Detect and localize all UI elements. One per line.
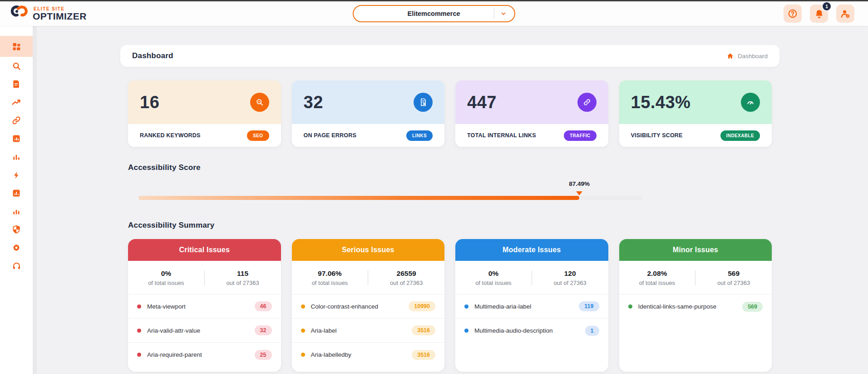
stat-card-visibility-score[interactable]: 15.43% VISIBILITY SCORE INDEXABLE bbox=[619, 80, 772, 147]
keyword-search-icon bbox=[250, 93, 269, 112]
issue-row[interactable]: Multimedia-audio-description 1 bbox=[455, 319, 608, 343]
issue-count-badge: 1 bbox=[585, 326, 599, 336]
breadcrumb[interactable]: Dashboard bbox=[726, 52, 768, 60]
accessibility-summary-row: Critical Issues 0%of total issues 115out… bbox=[128, 239, 772, 372]
bar-chart-alt-icon bbox=[12, 207, 21, 216]
stat-card-on-page-errors[interactable]: 32 ON PAGE ERRORS LINKS bbox=[292, 80, 445, 147]
topbar-actions: 1 bbox=[784, 5, 854, 23]
notification-bell-icon bbox=[814, 9, 824, 19]
sidebar-item-links[interactable] bbox=[0, 111, 33, 130]
accessibility-score-value: 87.49% bbox=[569, 180, 590, 187]
stat-value: 447 bbox=[467, 93, 497, 112]
user-settings-button[interactable] bbox=[836, 5, 854, 23]
bullet-dot-icon bbox=[301, 304, 305, 309]
issue-row[interactable]: Meta-viewport 46 bbox=[128, 294, 281, 319]
page-title-bar: Dashboard Dashboard bbox=[120, 45, 779, 67]
stat-label: ON PAGE ERRORS bbox=[304, 132, 356, 139]
issue-count-badge: 119 bbox=[579, 301, 599, 311]
issue-count: 120 bbox=[532, 269, 608, 278]
issue-row[interactable]: Aria-required-parent 25 bbox=[128, 343, 281, 367]
percent-of-total: 0% bbox=[128, 269, 204, 278]
bullet-dot-icon bbox=[464, 304, 469, 309]
sidebar-item-settings[interactable] bbox=[0, 239, 33, 257]
bar-chart-icon bbox=[12, 152, 21, 161]
breadcrumb-label: Dashboard bbox=[738, 53, 768, 60]
accessibility-score-bar: 87.49% bbox=[138, 196, 642, 200]
link-chain-icon bbox=[11, 115, 21, 125]
issue-row[interactable]: Aria-labelledby 3516 bbox=[292, 343, 445, 367]
issue-count-badge: 3516 bbox=[412, 325, 435, 335]
issue-row[interactable]: Aria-label 3516 bbox=[292, 319, 445, 343]
bullet-dot-icon bbox=[628, 304, 632, 309]
issue-count-badge: 569 bbox=[742, 302, 763, 312]
stat-badge: LINKS bbox=[406, 130, 433, 141]
issue-count: 569 bbox=[695, 269, 772, 278]
percent-of-total: 0% bbox=[455, 269, 532, 278]
page-title: Dashboard bbox=[132, 51, 173, 60]
issue-count-badge: 3516 bbox=[412, 350, 435, 360]
percent-of-total: 97.06% bbox=[292, 269, 368, 278]
issue-count-badge: 32 bbox=[255, 325, 272, 335]
divider bbox=[494, 9, 494, 19]
sidebar-item-dashboard[interactable] bbox=[0, 36, 33, 57]
site-selector-dropdown[interactable]: Elitemcommerce bbox=[353, 5, 515, 22]
sidebar-item-speed[interactable] bbox=[0, 166, 33, 184]
issue-count-badge: 46 bbox=[255, 301, 272, 311]
accessibility-score-heading: Accessibility Score bbox=[128, 163, 772, 172]
bullet-dot-icon bbox=[464, 329, 469, 333]
help-icon bbox=[788, 9, 798, 19]
page-error-icon bbox=[414, 93, 433, 112]
help-button[interactable] bbox=[784, 5, 802, 23]
sidebar-item-insights[interactable] bbox=[0, 184, 33, 202]
main-content: Dashboard Dashboard 16 bbox=[37, 26, 868, 374]
stat-cards-row: 16 RANKED KEYWORDS SEO 32 bbox=[128, 80, 772, 147]
brand-logo[interactable]: ELITE SITE OPTIMIZER bbox=[10, 5, 87, 22]
sidebar-item-search[interactable] bbox=[0, 57, 33, 75]
bullet-dot-icon bbox=[301, 353, 305, 357]
stat-badge: SEO bbox=[247, 130, 269, 141]
scrollbar[interactable] bbox=[33, 26, 37, 374]
notification-count-badge: 1 bbox=[822, 1, 832, 11]
stat-label: RANKED KEYWORDS bbox=[140, 132, 201, 139]
summary-card-title: Minor Issues bbox=[673, 246, 718, 254]
issue-row[interactable]: Aria-valid-attr-value 32 bbox=[128, 319, 281, 343]
sidebar-item-statistics[interactable] bbox=[0, 202, 33, 220]
brand-logo-icon bbox=[10, 5, 30, 22]
stat-badge: INDEXABLE bbox=[720, 130, 760, 141]
progress-marker-icon bbox=[576, 191, 582, 195]
stat-badge: TRAFFIC bbox=[564, 130, 597, 141]
sidebar-item-trends[interactable] bbox=[0, 93, 33, 111]
notifications-button[interactable]: 1 bbox=[810, 5, 828, 23]
sidebar bbox=[0, 26, 33, 374]
summary-card-critical: Critical Issues 0%of total issues 115out… bbox=[128, 239, 281, 372]
bullet-dot-icon bbox=[137, 304, 141, 309]
headset-icon bbox=[12, 261, 21, 271]
progress-fill bbox=[138, 196, 579, 200]
brand-line2: OPTIMIZER bbox=[33, 11, 87, 21]
sidebar-item-security[interactable] bbox=[0, 220, 33, 239]
sidebar-item-documents[interactable] bbox=[0, 75, 33, 93]
home-icon bbox=[726, 52, 734, 60]
summary-card-title: Serious Issues bbox=[342, 246, 395, 254]
sidebar-item-analytics[interactable] bbox=[0, 130, 33, 148]
trend-line-icon bbox=[11, 97, 21, 107]
bullet-dot-icon bbox=[301, 329, 305, 333]
sidebar-item-reports[interactable] bbox=[0, 148, 33, 166]
issue-row[interactable]: Identical-links-same-purpose 569 bbox=[619, 294, 772, 319]
stat-value: 32 bbox=[304, 93, 323, 112]
stat-card-total-internal-links[interactable]: 447 TOTAL INTERNAL LINKS TRAFFIC bbox=[455, 80, 608, 147]
summary-card-title: Moderate Issues bbox=[503, 246, 561, 254]
accessibility-summary-heading: Accessibility Summary bbox=[128, 221, 772, 230]
stat-value: 16 bbox=[140, 93, 159, 112]
sidebar-item-support[interactable] bbox=[0, 257, 33, 275]
stat-label: TOTAL INTERNAL LINKS bbox=[467, 132, 536, 139]
stat-card-ranked-keywords[interactable]: 16 RANKED KEYWORDS SEO bbox=[128, 80, 281, 147]
issue-row[interactable]: Multimedia-aria-label 119 bbox=[455, 294, 608, 319]
summary-card-serious: Serious Issues 97.06%of total issues 265… bbox=[292, 239, 445, 372]
chart-square-icon bbox=[12, 134, 21, 143]
issue-row[interactable]: Color-contrast-enhanced 10990 bbox=[292, 294, 445, 319]
bullet-dot-icon bbox=[137, 353, 141, 357]
stat-label: VISIBILITY SCORE bbox=[631, 132, 683, 139]
summary-card-moderate: Moderate Issues 0%of total issues 120out… bbox=[455, 239, 608, 372]
gear-icon bbox=[12, 243, 21, 252]
